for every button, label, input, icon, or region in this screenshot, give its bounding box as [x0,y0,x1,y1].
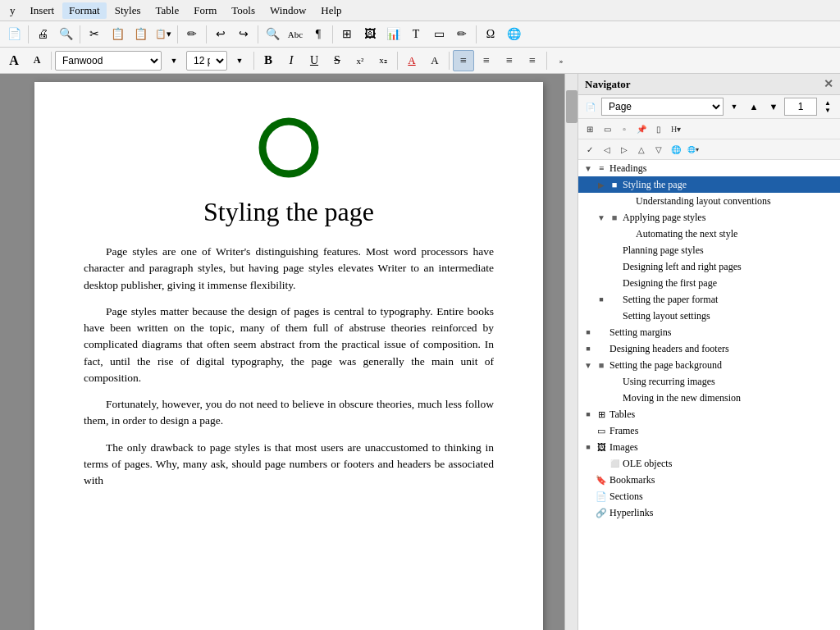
font-size-large-btn[interactable]: A [3,50,25,71]
tree-ole-objects[interactable]: ⬜ OLE objects [578,455,840,472]
scrollbar-thumb[interactable] [566,90,578,123]
nav-icon-down[interactable]: ▽ [651,141,667,158]
find-btn[interactable]: 🔍 [262,24,283,45]
tree-applying-page-styles[interactable]: ▼ ■ Applying page styles [578,209,840,226]
image-btn[interactable]: 🖼 [359,24,381,45]
tree-setting-paper-format[interactable]: ■ Setting the paper format [578,291,840,308]
tree-hyperlinks[interactable]: 🔗 Hyperlinks [578,504,840,521]
nav-icon-check[interactable]: ✓ [582,141,598,158]
nav-up-btn[interactable]: ▲ [745,98,763,116]
format-marks-btn[interactable]: ¶ [308,24,329,45]
nav-icon-2[interactable]: ▭ [599,121,615,137]
scrollbar[interactable] [564,74,578,630]
redo-btn[interactable]: ↪ [233,24,254,45]
menu-format[interactable]: Format [62,2,107,19]
paste-btn[interactable]: 📋 [130,24,151,45]
nav-icon-right[interactable]: ▷ [616,141,632,158]
tree-setting-margins[interactable]: ■ Setting margins [578,324,840,340]
align-right-btn[interactable]: ≡ [499,50,520,71]
copy-btn[interactable]: 📋 [107,24,128,45]
tree-setting-layout[interactable]: Setting layout settings [578,308,840,324]
tables-label: Tables [609,409,635,421]
menu-help[interactable]: Help [314,2,348,19]
menu-styles[interactable]: Styles [108,2,148,19]
align-center-btn[interactable]: ≡ [476,50,497,71]
text-box-btn[interactable]: T [405,24,427,45]
draw-btn[interactable]: ✏ [451,24,472,45]
tree-sections[interactable]: 📄 Sections [578,488,840,504]
nav-icon-1[interactable]: ⊞ [582,121,598,137]
tree-understanding-layout[interactable]: Understanding layout conventions [578,193,840,209]
tree-moving-dimension[interactable]: Moving in the new dimension [578,390,840,406]
frame-btn[interactable]: ▭ [428,24,450,45]
new-btn[interactable]: 📄 [3,24,25,45]
tree-automating[interactable]: Automating the next style [578,226,840,242]
italic-btn[interactable]: I [281,50,302,71]
lang-btn[interactable]: 🌐 [503,24,524,45]
table-btn[interactable]: ⊞ [336,24,358,45]
nav-page-input[interactable] [784,98,817,116]
print-btn[interactable]: 🖨 [32,24,53,45]
tree-frames[interactable]: ▭ Frames [578,422,840,439]
menu-table[interactable]: Table [148,2,185,19]
menu-y[interactable]: y [3,2,22,19]
font-size-small-btn[interactable]: A [26,50,48,71]
tree-page-background[interactable]: ▼ ■ Setting the page background [578,357,840,373]
align-justify-btn[interactable]: ≡ [522,50,543,71]
tree-headers-footers[interactable]: ■ Designing headers and footers [578,340,840,357]
chart-btn[interactable]: 📊 [382,24,404,45]
spellcheck-btn[interactable]: Abc [285,24,306,45]
nav-page-spin-up[interactable]: ▲▼ [819,98,837,116]
styling-type-icon: ■ [608,178,621,191]
nav-down-btn[interactable]: ▼ [765,98,783,116]
nav-icon-globe-menu[interactable]: 🌐▾ [685,141,701,158]
paint-btn[interactable]: ✏ [181,24,203,45]
special-char-btn[interactable]: Ω [480,24,501,45]
tree-planning[interactable]: Planning page styles [578,242,840,258]
tree-bookmarks[interactable]: 🔖 Bookmarks [578,472,840,488]
bold-btn[interactable]: B [258,50,279,71]
font-dropdown-btn[interactable]: ▼ [163,50,185,71]
menu-insert[interactable]: Insert [24,2,62,19]
strikethrough-btn[interactable]: S [326,50,348,71]
tree-images[interactable]: ■ 🖼 Images [578,439,840,455]
print-preview-btn[interactable]: 🔍 [55,24,76,45]
align-left-btn[interactable]: ≡ [453,50,474,71]
nav-icon-3[interactable]: ▫ [616,121,632,137]
tree-tables[interactable]: ■ ⊞ Tables [578,406,840,422]
more-btn[interactable]: » [550,50,572,71]
nav-icon-5[interactable]: ▯ [651,121,667,137]
font-size-select[interactable]: 12 pt [186,51,227,71]
sep11 [449,52,450,70]
font-color-btn[interactable]: A [401,50,422,71]
tree-styling-the-page[interactable]: ▶ ■ Styling the page [578,176,840,193]
navigator-close-btn[interactable]: ✕ [824,77,833,91]
nav-tree[interactable]: ▼ ≡ Headings ▶ ■ Styling the page Unders… [578,160,840,630]
nav-icon-4[interactable]: 📌 [633,121,650,137]
nav-icon-left[interactable]: ◁ [599,141,615,158]
paste-special-btn[interactable]: 📋▾ [153,24,174,45]
nav-icon-globe[interactable]: 🌐 [668,141,684,158]
document-area[interactable]: ▲ Styling the page Page styles are one o… [0,74,578,630]
underline-btn[interactable]: U [304,50,325,71]
subscript-btn[interactable]: x₂ [372,50,394,71]
font-family-select[interactable]: Fanwood [55,51,162,71]
nav-dropdown-btn[interactable]: ▼ [725,98,743,116]
tree-designing-first-page[interactable]: Designing the first page [578,275,840,291]
nav-icon-up[interactable]: △ [633,141,650,158]
highlight-btn[interactable]: A [424,50,445,71]
cut-btn[interactable]: ✂ [84,24,105,45]
menu-form[interactable]: Form [187,2,223,19]
tree-headings[interactable]: ▼ ≡ Headings [578,160,840,176]
menu-tools[interactable]: Tools [225,2,262,19]
page-body[interactable]: Page styles are one of Writer's distingu… [84,244,494,489]
bookmarks-label: Bookmarks [609,474,655,486]
superscript-btn[interactable]: x² [349,50,371,71]
nav-icon-6[interactable]: H▾ [668,121,684,137]
nav-type-select[interactable]: Page [601,98,724,116]
menu-window[interactable]: Window [263,2,313,19]
tree-designing-left-right[interactable]: Designing left and right pages [578,258,840,275]
size-dropdown-btn[interactable]: ▼ [229,50,250,71]
tree-recurring-images[interactable]: Using recurring images [578,373,840,390]
undo-btn[interactable]: ↩ [210,24,231,45]
